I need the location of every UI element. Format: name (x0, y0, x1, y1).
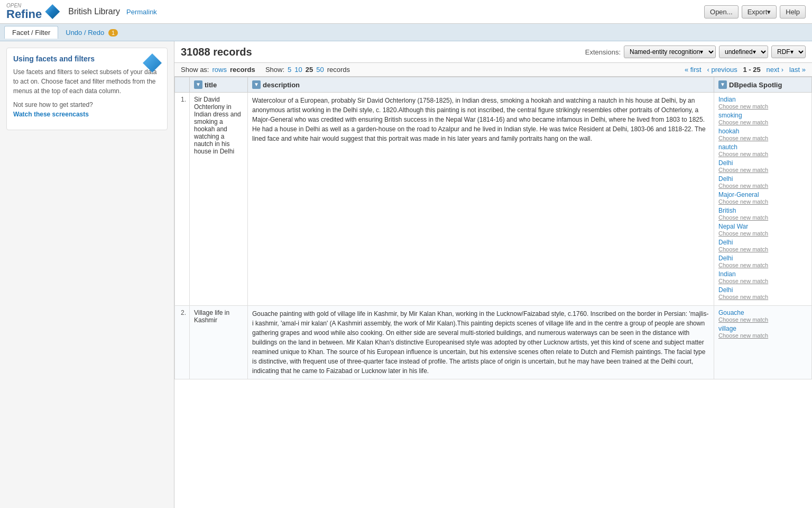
records-count: 31088 records (181, 46, 252, 58)
current-page: 1 - 25 (743, 66, 760, 74)
choose-match-link[interactable]: Choose new match (718, 183, 807, 189)
permalink-link[interactable]: Permalink (126, 8, 157, 16)
project-title: British Library (68, 7, 120, 16)
show-rows-link[interactable]: rows (212, 66, 226, 74)
show-25-active: 25 (306, 66, 313, 74)
rdf-select[interactable]: RDF▾ (771, 46, 806, 58)
table-header-row: ▼ title ▼ description ▼ (175, 77, 812, 93)
sidebar: Using facets and filters Use facets and … (0, 41, 174, 508)
show-10-link[interactable]: 10 (294, 66, 302, 74)
undefined-select[interactable]: undefined▾ (719, 46, 768, 58)
show-label: Show: (265, 66, 284, 74)
logo-diamond-icon (45, 4, 60, 19)
last-page-link[interactable]: last » (789, 66, 806, 74)
tab-facet-filter[interactable]: Facet / Filter (4, 26, 58, 39)
col-header-description: ▼ description (248, 77, 714, 93)
tab-undo-redo[interactable]: Undo / Redo 1 (58, 26, 125, 39)
header: OPEN Refine British Library Permalink Op… (0, 0, 812, 24)
pagination: « first ‹ previous 1 - 25 next › last » (685, 66, 806, 74)
data-table: ▼ title ▼ description ▼ (174, 77, 812, 379)
entity-name[interactable]: Indian (718, 270, 807, 278)
entity-name[interactable]: Delhi (718, 286, 807, 294)
entity-name[interactable]: British (718, 207, 807, 214)
logo-area: OPEN Refine (6, 3, 60, 20)
choose-match-link[interactable]: Choose new match (718, 246, 807, 252)
choose-match-link[interactable]: Choose new match (718, 294, 807, 300)
extensions-label: Extensions: (585, 48, 621, 56)
col-header-title: ▼ title (190, 77, 248, 93)
row-number: 2. (175, 306, 190, 379)
choose-match-link[interactable]: Choose new match (718, 214, 807, 221)
extensions-area: Extensions: Named-entity recognition▾ un… (585, 46, 806, 58)
row-dbpedia: IndianChoose new matchsmokingChoose new … (714, 93, 812, 306)
choose-match-link[interactable]: Choose new match (718, 103, 807, 110)
entity-name[interactable]: Major-General (718, 191, 807, 198)
entity-name[interactable]: nautch (718, 143, 807, 151)
help-text-2: Not sure how to get started? Watch these… (13, 100, 161, 119)
open-button[interactable]: Open... (704, 5, 739, 19)
choose-match-link[interactable]: Choose new match (718, 316, 807, 323)
choose-match-link[interactable]: Choose new match (718, 167, 807, 173)
entity-name[interactable]: Indian (718, 96, 807, 103)
entity-name[interactable]: village (718, 325, 807, 332)
named-entity-select[interactable]: Named-entity recognition▾ (624, 46, 716, 58)
entity-name[interactable]: Nepal War (718, 223, 807, 230)
toolbar: Facet / Filter Undo / Redo 1 (0, 24, 812, 41)
first-page-link[interactable]: « first (685, 66, 702, 74)
show-50-link[interactable]: 50 (316, 66, 324, 74)
dbpedia-filter-btn[interactable]: ▼ (718, 80, 727, 89)
records-bar: 31088 records Extensions: Named-entity r… (174, 41, 812, 63)
screencasts-link[interactable]: Watch these screencasts (13, 111, 89, 118)
table-body: 1.Sir David Ochterlony in Indian dress a… (175, 93, 812, 379)
row-number: 1. (175, 93, 190, 306)
undo-count: 1 (108, 29, 118, 37)
entity-name[interactable]: hookah (718, 128, 807, 135)
facet-help-box: Using facets and filters Use facets and … (6, 48, 168, 130)
help-box-title: Using facets and filters (13, 55, 161, 63)
entity-name[interactable]: Delhi (718, 255, 807, 262)
col-header-num (175, 77, 190, 93)
row-title: Sir David Ochterlony in Indian dress and… (190, 93, 248, 306)
col-header-dbpedia: ▼ DBpedia Spotlig (714, 77, 812, 93)
title-filter-btn[interactable]: ▼ (194, 80, 202, 89)
entity-name[interactable]: smoking (718, 112, 807, 119)
help-button[interactable]: Help (780, 5, 806, 19)
table-row: 2.Village life in KashmirGouache paintin… (175, 306, 812, 379)
row-description: Gouache painting with gold of village li… (248, 306, 714, 379)
show-5-link[interactable]: 5 (288, 66, 291, 74)
main-layout: Using facets and filters Use facets and … (0, 41, 812, 508)
show-bar: Show as: rows records Show: 5 10 25 50 r… (174, 63, 812, 77)
choose-match-link[interactable]: Choose new match (718, 278, 807, 284)
show-as-label: Show as: (181, 66, 209, 74)
next-page-link[interactable]: next › (767, 66, 784, 74)
row-title: Village life in Kashmir (190, 306, 248, 379)
help-box-body: Use facets and filters to select subsets… (13, 67, 161, 119)
prev-page-link[interactable]: ‹ previous (707, 66, 737, 74)
choose-match-link[interactable]: Choose new match (718, 230, 807, 237)
choose-match-link[interactable]: Choose new match (718, 262, 807, 268)
show-records-active: records (230, 66, 255, 74)
desc-filter-btn[interactable]: ▼ (252, 80, 261, 89)
choose-match-link[interactable]: Choose new match (718, 119, 807, 125)
table-row: 1.Sir David Ochterlony in Indian dress a… (175, 93, 812, 306)
choose-match-link[interactable]: Choose new match (718, 198, 807, 205)
records-unit-label: records (327, 66, 350, 74)
table-wrapper: ▼ title ▼ description ▼ (174, 77, 812, 508)
help-text-1: Use facets and filters to select subsets… (13, 67, 161, 96)
choose-match-link[interactable]: Choose new match (718, 135, 807, 141)
entity-name[interactable]: Delhi (718, 159, 807, 167)
export-button[interactable]: Export▾ (742, 5, 777, 19)
content-area: 31088 records Extensions: Named-entity r… (174, 41, 812, 508)
choose-match-link[interactable]: Choose new match (718, 151, 807, 157)
logo-refine-text: Refine (6, 8, 42, 20)
row-description: Watercolour of a European, probably Sir … (248, 93, 714, 306)
entity-name[interactable]: Delhi (718, 175, 807, 183)
row-dbpedia: GouacheChoose new matchvillageChoose new… (714, 306, 812, 379)
entity-name[interactable]: Gouache (718, 309, 807, 316)
header-actions: Open... Export▾ Help (704, 5, 806, 19)
choose-match-link[interactable]: Choose new match (718, 332, 807, 339)
entity-name[interactable]: Delhi (718, 239, 807, 246)
